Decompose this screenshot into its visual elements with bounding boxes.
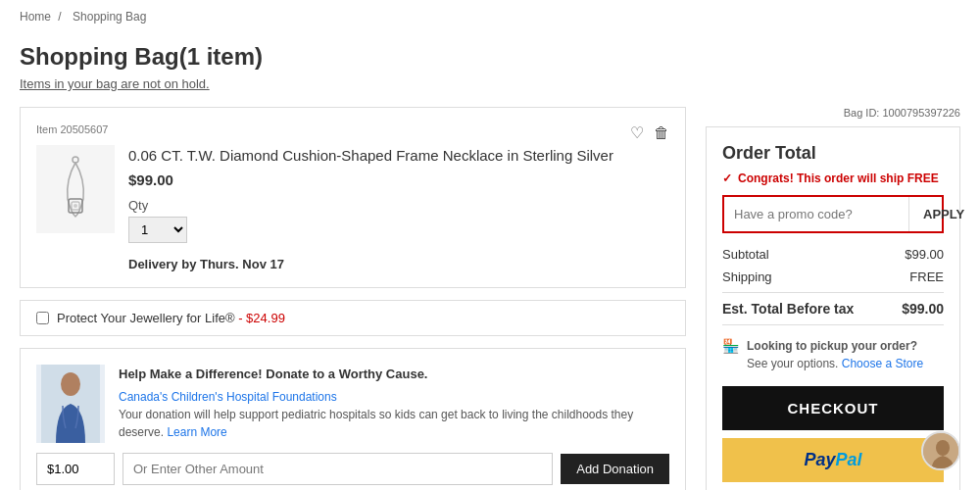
donation-amount-select[interactable]: $1.00 $2.00 $5.00 $10.00 Other xyxy=(36,453,115,485)
donation-select-wrap: $1.00 $2.00 $5.00 $10.00 Other xyxy=(36,453,115,485)
qty-label: Qty xyxy=(128,198,669,213)
svg-point-5 xyxy=(61,372,80,396)
item-actions: ♡ 🗑 xyxy=(630,123,669,142)
item-name: 0.06 CT. T.W. Diamond Cushion-Shaped Fra… xyxy=(128,145,669,166)
svg-point-0 xyxy=(73,157,78,163)
charity-image xyxy=(36,365,105,443)
page-title: Shopping Bag(1 item) xyxy=(20,43,960,71)
promo-row: APPLY xyxy=(722,195,944,233)
item-details: 0.06 CT. T.W. Diamond Cushion-Shaped Fra… xyxy=(128,145,669,271)
wishlist-button[interactable]: ♡ xyxy=(630,123,644,142)
promo-apply-button[interactable]: APPLY xyxy=(908,197,978,231)
subtotal-label: Subtotal xyxy=(722,247,769,262)
left-panel: Item 20505607 ♡ 🗑 xyxy=(20,107,686,490)
free-shipping-notice: ✓ Congrats! This order will ship FREE xyxy=(722,172,944,185)
breadcrumb-home[interactable]: Home xyxy=(20,10,51,24)
est-total-value: $99.00 xyxy=(902,301,944,317)
est-total-label: Est. Total Before tax xyxy=(722,301,854,317)
paypal-logo: PayPal xyxy=(804,450,861,470)
subtotal-line: Subtotal $99.00 xyxy=(722,247,944,262)
promo-code-input[interactable] xyxy=(724,197,908,231)
charity-headline: Help Make a Difference! Donate to a Wort… xyxy=(119,365,669,384)
checkout-button[interactable]: CHECKOUT xyxy=(722,386,944,430)
charity-learn-more[interactable]: Learn More xyxy=(167,425,226,439)
svg-point-3 xyxy=(74,204,77,208)
free-shipping-text: Congrats! This order will ship FREE xyxy=(738,172,939,185)
breadcrumb-current: Shopping Bag xyxy=(73,10,146,24)
charity-org-link[interactable]: Canada's Children's Hospital Foundations xyxy=(119,390,337,404)
right-panel: Bag ID: 1000795397226 Order Total ✓ Cong… xyxy=(706,107,960,490)
est-total-line: Est. Total Before tax $99.00 xyxy=(722,292,944,317)
cart-item-box: Item 20505607 ♡ 🗑 xyxy=(20,107,686,288)
donation-custom-input[interactable] xyxy=(122,453,553,485)
protect-price: - $24.99 xyxy=(238,311,285,325)
svg-point-7 xyxy=(936,440,950,456)
paypal-button[interactable]: PayPal xyxy=(722,438,944,482)
pickup-icon: 🏪 xyxy=(722,338,739,372)
remove-button[interactable]: 🗑 xyxy=(654,123,669,142)
order-total-box: Order Total ✓ Congrats! This order will … xyxy=(706,126,960,490)
item-row: 0.06 CT. T.W. Diamond Cushion-Shaped Fra… xyxy=(36,145,669,271)
shipping-value: FREE xyxy=(909,270,944,284)
order-total-title: Order Total xyxy=(722,143,944,164)
shipping-line: Shipping FREE xyxy=(722,270,944,284)
shipping-label: Shipping xyxy=(722,270,772,284)
delivery-info: Delivery by Thurs. Nov 17 xyxy=(128,257,669,271)
check-icon: ✓ xyxy=(722,172,732,185)
subtotal-value: $99.00 xyxy=(905,247,944,262)
hold-notice: Items in your bag are not on hold. xyxy=(20,76,960,91)
choose-store-link[interactable]: Choose a Store xyxy=(842,357,923,370)
protect-label: Protect Your Jewellery for Life® - $24.9… xyxy=(57,311,285,325)
item-number: Item 20505607 xyxy=(36,123,669,135)
protect-checkbox[interactable] xyxy=(36,312,49,324)
qty-select[interactable]: 1 2 3 4 5 xyxy=(128,217,187,243)
breadcrumb-separator: / xyxy=(58,10,61,24)
pickup-text: Looking to pickup your order? See your o… xyxy=(747,337,944,372)
bag-id: Bag ID: 1000795397226 xyxy=(706,107,960,119)
charity-box: Help Make a Difference! Donate to a Wort… xyxy=(20,348,686,490)
breadcrumb: Home / Shopping Bag xyxy=(20,10,960,24)
avatar-bubble[interactable] xyxy=(921,431,960,470)
pickup-sub: See your options. xyxy=(747,357,838,370)
item-price: $99.00 xyxy=(128,172,669,188)
item-image xyxy=(36,145,115,233)
protect-row: Protect Your Jewellery for Life® - $24.9… xyxy=(20,300,686,336)
add-donation-button[interactable]: Add Donation xyxy=(561,454,669,484)
charity-donation-row: $1.00 $2.00 $5.00 $10.00 Other Add Donat… xyxy=(36,453,669,485)
charity-inner: Help Make a Difference! Donate to a Wort… xyxy=(36,365,669,443)
charity-text: Help Make a Difference! Donate to a Wort… xyxy=(119,365,669,441)
pickup-title: Looking to pickup your order? xyxy=(747,339,917,353)
pickup-box: 🏪 Looking to pickup your order? See your… xyxy=(722,324,944,372)
